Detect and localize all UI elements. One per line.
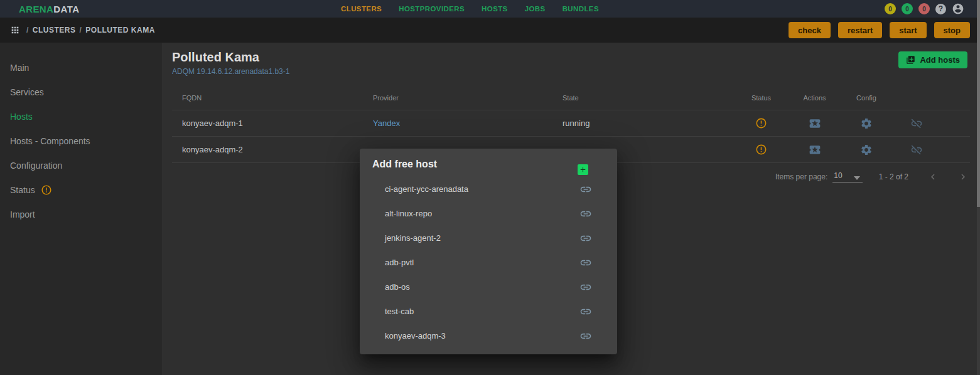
navbar-right-group: 0 0 0 ? [885, 3, 964, 15]
free-host-name: alt-linux-repo [385, 209, 432, 218]
page-size-select[interactable]: 10 [832, 171, 862, 182]
free-host-name: adb-os [385, 282, 410, 292]
sidebar-item-label: Services [10, 87, 44, 97]
breadcrumb: / CLUSTERS / POLLUTED KAMA [26, 26, 155, 34]
scrollbar-thumb[interactable] [977, 0, 980, 207]
free-host-name: ci-agent-ycc-arenadata [385, 184, 468, 194]
host-fqdn: konyaev-adqm-1 [172, 119, 363, 128]
previous-page-icon[interactable] [927, 171, 939, 182]
free-host-name: test-cab [385, 307, 414, 316]
add-free-host-dialog: Add free host ci-agent-ycc-arenadata alt… [360, 149, 617, 354]
plus-icon [579, 166, 587, 174]
help-icon[interactable]: ? [935, 4, 946, 14]
breadcrumb-separator: / [80, 26, 82, 34]
unlink-icon[interactable] [910, 117, 923, 130]
library-add-icon [906, 55, 915, 65]
link-host-icon[interactable] [579, 232, 592, 245]
main-nav-menu: CLUSTERS HOSTPROVIDERS HOSTS JOBS BUNDLE… [341, 5, 599, 13]
top-navbar: ARENADATA CLUSTERS HOSTPROVIDERS HOSTS J… [0, 0, 980, 18]
apps-grid-icon[interactable] [10, 25, 20, 35]
sidebar-item-main[interactable]: Main [0, 55, 162, 80]
cluster-title-block: Polluted Kama ADQM 19.14.6.12.arenadata1… [172, 50, 289, 76]
link-host-icon[interactable] [579, 183, 592, 196]
start-button[interactable]: start [890, 22, 926, 38]
link-host-icon[interactable] [579, 208, 592, 220]
list-item: ci-agent-ycc-arenadata [360, 177, 617, 201]
chevron-down-icon [854, 176, 860, 180]
sidebar-item-label: Status [10, 185, 35, 195]
nav-item-jobs[interactable]: JOBS [525, 5, 546, 13]
free-host-name: konyaev-adqm-3 [385, 331, 446, 341]
link-host-icon[interactable] [579, 330, 592, 342]
provider-link[interactable]: Yandex [373, 119, 400, 128]
list-item: adb-pvtl [360, 250, 617, 275]
list-item: test-cab [360, 299, 617, 324]
account-icon[interactable] [952, 3, 964, 15]
jobs-badge-yellow[interactable]: 0 [885, 3, 896, 14]
cluster-header: Polluted Kama ADQM 19.14.6.12.arenadata1… [172, 50, 970, 76]
nav-item-hosts[interactable]: HOSTS [482, 5, 508, 13]
add-hosts-button[interactable]: Add hosts [898, 51, 967, 68]
breadcrumb-bar: / CLUSTERS / POLLUTED KAMA check restart… [0, 18, 980, 43]
host-state: running [552, 119, 735, 128]
warning-icon [41, 184, 52, 196]
sidebar-item-services[interactable]: Services [0, 80, 162, 104]
sidebar-item-hosts[interactable]: Hosts [0, 104, 162, 129]
list-item: adb-os [360, 275, 617, 299]
jobs-badge-red[interactable]: 0 [918, 3, 930, 14]
column-header-fqdn: FQDN [172, 94, 363, 102]
column-header-status: Status [735, 94, 788, 102]
nav-item-clusters[interactable]: CLUSTERS [341, 5, 382, 13]
breadcrumb-cluster-name[interactable]: POLLUTED KAMA [85, 26, 155, 34]
cluster-bundle-link[interactable]: ADQM 19.14.6.12.arenadata1.b3-1 [172, 67, 289, 76]
host-fqdn: konyaev-adqm-2 [172, 145, 363, 154]
config-gear-icon[interactable] [860, 117, 873, 130]
logo-part-data: DATA [53, 4, 79, 14]
column-header-provider: Provider [363, 94, 552, 102]
sidebar-item-configuration[interactable]: Configuration [0, 153, 162, 177]
list-item: jenkins-agent-2 [360, 226, 617, 250]
sidebar-item-label: Hosts [10, 112, 33, 122]
config-gear-icon[interactable] [860, 144, 873, 156]
arenadata-logo[interactable]: ARENADATA [19, 4, 79, 14]
pagination-range: 1 - 2 of 2 [879, 172, 908, 181]
next-page-icon[interactable] [957, 171, 969, 182]
page-size-value: 10 [834, 171, 842, 180]
list-item: konyaev-adqm-3 [360, 324, 617, 348]
breadcrumb-separator: / [26, 26, 29, 34]
sidebar-item-import[interactable]: Import [0, 202, 162, 226]
link-host-icon[interactable] [579, 305, 592, 318]
sidebar-item-label: Import [10, 209, 35, 219]
restart-button[interactable]: restart [838, 22, 882, 38]
free-host-name: adb-pvtl [385, 258, 414, 267]
link-host-icon[interactable] [579, 256, 592, 269]
jobs-badge-green[interactable]: 0 [902, 3, 913, 14]
nav-item-hostproviders[interactable]: HOSTPROVIDERS [399, 5, 465, 13]
scrollbar-track[interactable] [977, 0, 980, 375]
breadcrumb-clusters[interactable]: CLUSTERS [33, 26, 76, 34]
unlink-icon[interactable] [910, 144, 923, 156]
sidebar-item-label: Main [10, 63, 29, 73]
add-hosts-label: Add hosts [920, 55, 960, 65]
actions-icon[interactable] [809, 117, 821, 130]
free-host-name: jenkins-agent-2 [385, 233, 441, 243]
column-header-state: State [552, 94, 735, 102]
link-host-icon[interactable] [579, 281, 592, 293]
create-host-button[interactable] [578, 164, 588, 175]
status-warning-icon[interactable] [755, 117, 767, 129]
nav-item-bundles[interactable]: BUNDLES [563, 5, 599, 13]
column-header-actions: Actions [788, 94, 841, 102]
page-title: Polluted Kama [172, 50, 289, 65]
status-warning-icon[interactable] [755, 144, 767, 156]
items-per-page-label: Items per page: [775, 172, 827, 181]
cluster-sidebar: Main Services Hosts Hosts - Components C… [0, 43, 162, 375]
stop-button[interactable]: stop [934, 22, 970, 38]
logo-part-arena: ARENA [19, 4, 53, 14]
check-button[interactable]: check [789, 22, 831, 38]
sidebar-item-label: Hosts - Components [10, 136, 90, 146]
actions-icon[interactable] [809, 144, 821, 156]
sidebar-item-status[interactable]: Status [0, 177, 162, 202]
cluster-action-buttons: check restart start stop [789, 22, 970, 38]
sidebar-item-hosts-components[interactable]: Hosts - Components [0, 129, 162, 153]
table-header-row: FQDN Provider State Status Actions Confi… [172, 85, 970, 110]
